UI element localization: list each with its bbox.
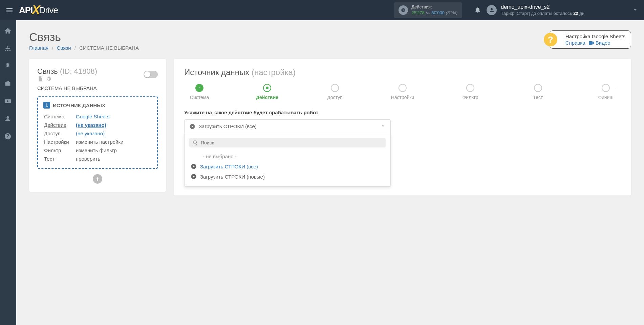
user-name: demo_apix-drive_s2 (501, 4, 584, 11)
wizard-steps: Система Действие Доступ Настройки (184, 84, 621, 100)
source-box: 1 ИСТОЧНИК ДАННЫХ Система Google Sheets … (37, 96, 158, 169)
play-circle-icon (189, 123, 195, 130)
video-icon[interactable] (4, 97, 12, 106)
source-title: ИСТОЧНИК ДАННЫХ (53, 102, 105, 108)
breadcrumb-current: СИСТЕМА НЕ ВЫБРАНА (79, 45, 139, 51)
document-icon[interactable] (37, 76, 43, 82)
home-icon[interactable] (4, 27, 12, 35)
dropdown-option-new[interactable]: Загрузить СТРОКИ (новые) (189, 171, 386, 182)
sidebar-nav (0, 20, 16, 325)
row-access-value[interactable]: (не указано) (76, 131, 105, 136)
panel-title: Источник данных (настройка) (184, 68, 621, 77)
logo[interactable]: APIXDrive (19, 3, 58, 17)
help-question-icon: ? (544, 33, 557, 46)
dropdown-header[interactable]: Загрузить СТРОКИ (все) (184, 119, 391, 133)
billing-icon[interactable] (4, 62, 12, 70)
help-box: ? Настройка Google Sheets Справка Видео (550, 30, 631, 49)
actions-used: 25'278 (411, 10, 425, 15)
help-title: Настройка Google Sheets (565, 33, 625, 39)
dropdown-search-input[interactable] (201, 140, 382, 145)
step-action[interactable]: Действие (252, 84, 282, 100)
page-title: Связь (29, 30, 139, 44)
source-number: 1 (43, 102, 50, 109)
step-system[interactable]: Система (184, 84, 215, 100)
source-config-panel: Источник данных (настройка) Система Дейс… (174, 59, 631, 195)
profile-icon[interactable] (4, 115, 12, 123)
dropdown-search[interactable] (189, 138, 386, 147)
chevron-up-icon (380, 123, 386, 130)
row-access-label: Доступ (44, 130, 75, 137)
user-tariff: Тариф |Старт| до оплаты осталось 22 дн (501, 11, 584, 17)
dropdown-option-all[interactable]: Загрузить СТРОКИ (все) (189, 161, 386, 171)
actions-sep: из (426, 10, 430, 15)
connections-icon[interactable] (4, 45, 12, 53)
row-test-value[interactable]: проверить (76, 155, 151, 163)
gear-icon[interactable] (45, 76, 51, 82)
connection-title: Связь (ID: 41808) (37, 67, 97, 82)
row-settings-label: Настройки (44, 138, 75, 146)
help-video-link[interactable]: Видео (589, 40, 610, 46)
user-avatar-icon (487, 5, 497, 15)
connection-toggle[interactable] (144, 71, 158, 78)
info-icon (399, 5, 408, 15)
row-settings-value[interactable]: изменить настройки (76, 138, 151, 146)
step-access[interactable]: Доступ (320, 84, 350, 100)
add-button[interactable]: + (93, 174, 102, 184)
breadcrumb-links[interactable]: Связи (57, 45, 71, 51)
row-action-value[interactable]: (не указано) (76, 122, 106, 128)
user-menu[interactable]: demo_apix-drive_s2 Тариф |Старт| до опла… (487, 4, 584, 17)
row-action-label: Действие (44, 121, 75, 129)
menu-button[interactable] (5, 6, 14, 14)
step-test[interactable]: Тест (523, 84, 553, 100)
actions-pct: (51%) (446, 10, 458, 15)
help-icon[interactable] (4, 133, 12, 141)
row-filter-value[interactable]: изменить фильтр (76, 146, 151, 154)
actions-label: Действия: (411, 4, 457, 10)
instruction-text: Укажите на какое действие будет срабатыв… (184, 110, 621, 115)
user-menu-chevron-icon[interactable] (632, 6, 639, 14)
row-test-label: Тест (44, 155, 75, 163)
play-circle-icon (191, 163, 197, 169)
row-system-label: Система (44, 113, 75, 120)
connection-subtitle: СИСТЕМА НЕ ВЫБРАНА (37, 85, 158, 91)
step-settings[interactable]: Настройки (387, 84, 418, 100)
row-filter-label: Фильтр (44, 146, 75, 154)
svg-rect-0 (589, 41, 593, 45)
connection-panel: Связь (ID: 41808) СИСТЕМА НЕ ВЫБРАНА 1 И… (29, 59, 166, 192)
dropdown-body: - не выбрано - Загрузить СТРОКИ (все) За… (184, 133, 391, 187)
play-circle-icon (191, 173, 197, 180)
step-filter[interactable]: Фильтр (455, 84, 486, 100)
search-icon (193, 140, 198, 145)
top-header: APIXDrive Действия: 25'278 из 50'000 (51… (0, 0, 644, 20)
step-finish[interactable]: Финиш (591, 84, 621, 100)
breadcrumb-home[interactable]: Главная (29, 45, 48, 51)
dropdown-selected: Загрузить СТРОКИ (все) (199, 123, 257, 129)
breadcrumb: Главная / Связи / СИСТЕМА НЕ ВЫБРАНА (29, 45, 139, 51)
action-dropdown: Загрузить СТРОКИ (все) - не выбрано - (184, 119, 391, 187)
dropdown-option-none[interactable]: - не выбрано - (189, 152, 386, 161)
row-system-value[interactable]: Google Sheets (76, 114, 109, 119)
actions-total: 50'000 (431, 10, 445, 15)
actions-counter[interactable]: Действия: 25'278 из 50'000 (51%) (394, 2, 462, 18)
notifications-button[interactable] (474, 6, 481, 14)
briefcase-icon[interactable] (4, 80, 12, 88)
help-link[interactable]: Справка (565, 40, 585, 46)
